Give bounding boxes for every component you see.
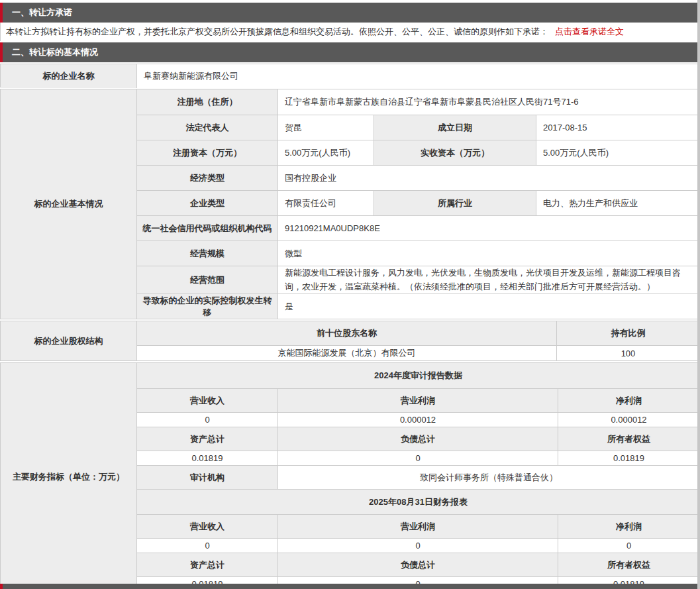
finance-2024-title: 2024年度审计报告数据	[137, 363, 699, 388]
credit-code-label: 统一社会信用代码或组织机构代码	[137, 216, 278, 241]
economic-type-value: 国有控股企业	[278, 166, 699, 190]
credit-code-value: 91210921MA0UDP8K8E	[278, 216, 699, 241]
section-1-title: 一、转让方承诺	[12, 7, 72, 19]
revenue-header: 营业收入	[137, 515, 278, 538]
finance-header-row: 资产总计 负债总计 所有者权益	[137, 427, 699, 451]
legal-rep-value: 贺昆	[278, 115, 374, 140]
operating-profit-header: 营业利润	[278, 389, 558, 412]
finance-value-row: 0 0.000012 0.000012	[137, 412, 699, 427]
finance-2025-title: 2025年08月31日财务报表	[137, 490, 699, 514]
company-name-row: 标的企业名称 阜新赛纳新能源有限公司	[0, 64, 700, 87]
finance-value-row: 0.01819 0 0.01819	[137, 451, 699, 465]
audit-firm-label: 审计机构	[137, 466, 278, 489]
shareholder-row: 京能国际能源发展（北京）有限公司 100	[137, 345, 699, 360]
table-row: 导致标的企业的实际控制权发生转移 是	[137, 294, 699, 319]
legal-rep-label: 法定代表人	[137, 115, 278, 140]
red-accent-bar	[0, 42, 3, 62]
paid-capital-value: 5.00万元(人民币)	[536, 140, 699, 165]
transfer-listing-page: 一、转让方承诺 本转让方拟转让持有标的企业产权，并委托北京产权交易所公开预披露信…	[0, 0, 700, 589]
section-2-title: 二、转让标的基本情况	[12, 46, 98, 58]
total-assets-header: 资产总计	[137, 427, 278, 451]
total-liabilities-value: 0	[278, 451, 558, 465]
basic-info-group: 标的企业基本情况 注册地（住所） 辽宁省阜新市阜新蒙古族自治县辽宁省阜新市阜蒙县…	[0, 89, 700, 319]
finance-block-title-row: 2024年度审计报告数据	[137, 363, 699, 388]
table-row: 经营规模 微型	[137, 241, 699, 266]
commitment-text: 本转让方拟转让持有标的企业产权，并委托北京产权交易所公开预披露信息和组织交易活动…	[6, 26, 548, 38]
finance-block-title-row: 2025年08月31日财务报表	[137, 489, 699, 514]
section-3-header-bar-partial	[0, 584, 700, 589]
revenue-value: 0	[137, 413, 278, 427]
paid-capital-label: 实收资本（万元）	[374, 140, 536, 165]
shareholder-name-header: 前十位股东名称	[137, 321, 557, 345]
equity-structure-group: 标的企业股权结构 前十位股东名称 持有比例 京能国际能源发展（北京）有限公司 1…	[0, 321, 700, 361]
total-assets-value: 0.01819	[137, 451, 278, 465]
company-name-label: 标的企业名称	[1, 64, 137, 88]
holding-ratio: 100	[557, 346, 699, 360]
reg-capital-value: 5.00万元(人民币)	[278, 140, 374, 165]
table-row: 经营范围 新能源发电工程设计服务，风力发电，光伏发电，生物质发电，光伏项目开发及…	[137, 266, 699, 294]
company-name-value: 阜新赛纳新能源有限公司	[137, 64, 699, 88]
financial-indicators-group: 主要财务指标（单位：万元） 2024年度审计报告数据 营业收入 营业利润 净利润…	[0, 362, 700, 589]
table-row: 经济类型 国有控股企业	[137, 165, 699, 190]
total-liabilities-header: 负债总计	[278, 427, 558, 451]
net-profit-header: 净利润	[558, 515, 699, 538]
revenue-header: 营业收入	[137, 389, 278, 412]
scale-label: 经营规模	[137, 241, 278, 266]
equity-section-label: 标的企业股权结构	[1, 321, 137, 360]
economic-type-label: 经济类型	[137, 166, 278, 190]
operating-profit-value: 0	[278, 539, 558, 553]
basic-info-section-label: 标的企业基本情况	[1, 89, 137, 319]
scale-value: 微型	[278, 241, 699, 266]
page-right-edge	[697, 0, 700, 589]
view-commitment-link[interactable]: 点击查看承诺全文	[555, 26, 624, 38]
audit-firm-row: 审计机构 致同会计师事务所（特殊普通合伙）	[137, 465, 699, 489]
found-date-value: 2017-08-15	[536, 115, 699, 140]
finance-section-label: 主要财务指标（单位：万元）	[1, 363, 137, 589]
owners-equity-header: 所有者权益	[558, 427, 699, 451]
net-profit-value: 0	[558, 539, 699, 553]
table-row: 企业类型 有限责任公司 所属行业 电力、热力生产和供应业	[137, 190, 699, 215]
table-row: 法定代表人 贺昆 成立日期 2017-08-15	[137, 115, 699, 140]
finance-header-row: 营业收入 营业利润 净利润	[137, 388, 699, 412]
red-accent-bar	[0, 584, 3, 589]
owners-equity-value: 0.01819	[558, 451, 699, 465]
total-liabilities-header: 负债总计	[278, 553, 558, 576]
table-row: 统一社会信用代码或组织机构代码 91210921MA0UDP8K8E	[137, 215, 699, 241]
table-row: 注册地（住所） 辽宁省阜新市阜新蒙古族自治县辽宁省阜新市阜蒙县民治社区人民街71…	[137, 89, 699, 115]
section-1-header-bar: 一、转让方承诺	[0, 3, 700, 23]
industry-value: 电力、热力生产和供应业	[536, 191, 699, 215]
reg-capital-label: 注册资本（万元）	[137, 140, 278, 165]
table-row: 注册资本（万元） 5.00万元(人民币) 实收资本（万元） 5.00万元(人民币…	[137, 140, 699, 165]
reg-address-label: 注册地（住所）	[137, 89, 278, 115]
industry-label: 所属行业	[374, 191, 536, 215]
found-date-label: 成立日期	[374, 115, 536, 140]
equity-header-row: 前十位股东名称 持有比例	[137, 321, 699, 345]
holding-ratio-header: 持有比例	[557, 321, 699, 345]
net-profit-header: 净利润	[558, 389, 699, 412]
red-accent-bar	[0, 3, 3, 23]
finance-value-row: 0 0 0	[137, 538, 699, 553]
revenue-value: 0	[137, 539, 278, 553]
control-transfer-label: 导致标的企业的实际控制权发生转移	[137, 294, 278, 319]
section-2-header-bar: 二、转让标的基本情况	[0, 42, 700, 62]
finance-header-row: 营业收入 营业利润 净利润	[137, 514, 699, 538]
shareholder-name: 京能国际能源发展（北京）有限公司	[137, 346, 557, 360]
enterprise-type-value: 有限责任公司	[278, 191, 374, 215]
control-transfer-value: 是	[278, 294, 699, 319]
operating-profit-value: 0.000012	[278, 413, 558, 427]
operating-profit-header: 营业利润	[278, 515, 558, 538]
business-scope-label: 经营范围	[137, 266, 278, 294]
finance-header-row: 资产总计 负债总计 所有者权益	[137, 553, 699, 576]
owners-equity-header: 所有者权益	[558, 553, 699, 576]
enterprise-type-label: 企业类型	[137, 191, 278, 215]
audit-firm-value: 致同会计师事务所（特殊普通合伙）	[278, 466, 699, 489]
total-assets-header: 资产总计	[137, 553, 278, 576]
net-profit-value: 0.000012	[558, 413, 699, 427]
commitment-row: 本转让方拟转让持有标的企业产权，并委托北京产权交易所公开预披露信息和组织交易活动…	[0, 23, 700, 41]
reg-address-value: 辽宁省阜新市阜新蒙古族自治县辽宁省阜新市阜蒙县民治社区人民街71号71-6	[278, 89, 699, 115]
business-scope-value: 新能源发电工程设计服务，风力发电，光伏发电，生物质发电，光伏项目开发及运维，新能…	[278, 266, 699, 294]
